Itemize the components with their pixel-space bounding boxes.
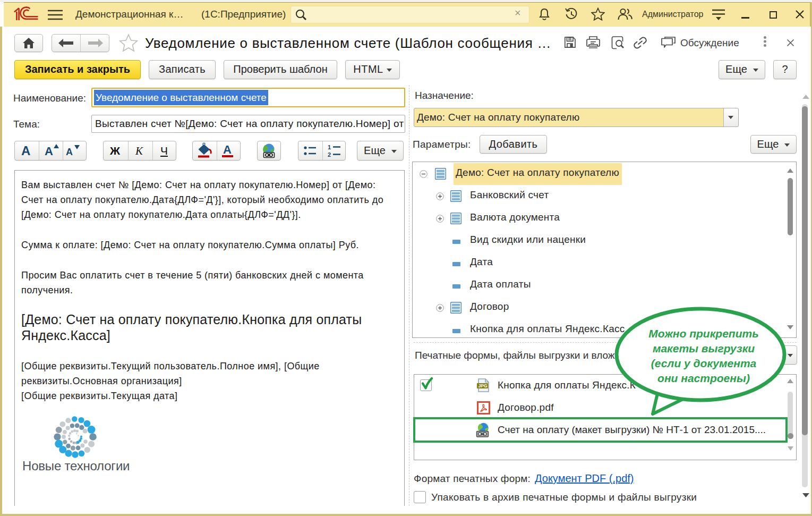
svg-text:JPG: JPG [478,383,488,388]
svg-text:они настроены): они настроены) [657,372,750,384]
svg-text:Можно прикрепить: Можно прикрепить [648,327,758,340]
svg-text:1: 1 [328,144,331,150]
svg-text:2: 2 [328,151,331,158]
svg-text:макеты выгрузки: макеты выгрузки [653,342,755,354]
svg-text:(если у документа: (если у документа [651,357,757,369]
